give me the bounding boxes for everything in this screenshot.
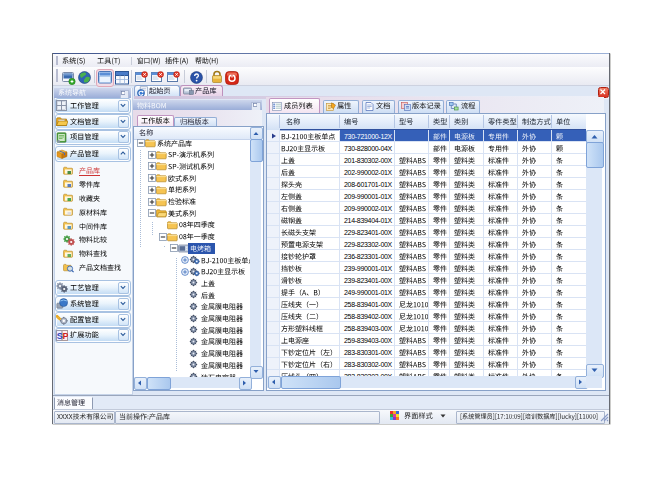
svg-text:P: P xyxy=(62,330,68,340)
